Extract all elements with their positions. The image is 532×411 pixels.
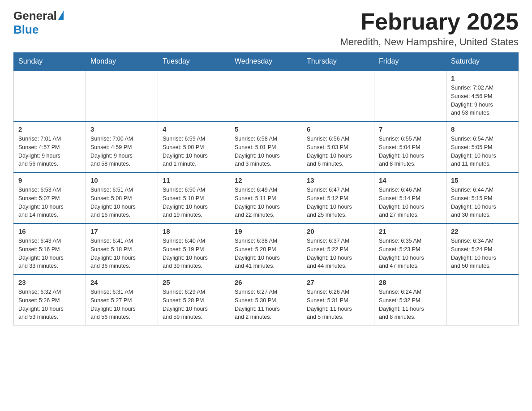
day-number: 8 [451, 125, 514, 133]
calendar-day-header: Wednesday [230, 53, 302, 71]
calendar-cell: 9Sunrise: 6:53 AMSunset: 5:07 PMDaylight… [14, 172, 86, 223]
day-number: 28 [379, 278, 442, 286]
day-info: Sunrise: 6:37 AMSunset: 5:22 PMDaylight:… [307, 237, 369, 270]
calendar-cell: 4Sunrise: 6:59 AMSunset: 5:00 PMDaylight… [158, 121, 230, 172]
day-number: 12 [235, 176, 297, 184]
calendar-cell: 20Sunrise: 6:37 AMSunset: 5:22 PMDayligh… [302, 223, 374, 274]
day-info: Sunrise: 6:47 AMSunset: 5:12 PMDaylight:… [307, 186, 369, 219]
day-info: Sunrise: 6:49 AMSunset: 5:11 PMDaylight:… [235, 186, 297, 219]
page-header: General Blue February 2025 Meredith, New… [13, 9, 519, 48]
day-number: 22 [451, 227, 514, 235]
calendar-cell: 12Sunrise: 6:49 AMSunset: 5:11 PMDayligh… [230, 172, 302, 223]
calendar-cell: 18Sunrise: 6:40 AMSunset: 5:19 PMDayligh… [158, 223, 230, 274]
day-number: 10 [90, 176, 153, 184]
day-info: Sunrise: 6:56 AMSunset: 5:03 PMDaylight:… [307, 135, 369, 168]
logo-blue-text: Blue [13, 23, 39, 37]
day-info: Sunrise: 6:32 AMSunset: 5:26 PMDaylight:… [18, 288, 81, 321]
calendar-cell: 22Sunrise: 6:34 AMSunset: 5:24 PMDayligh… [446, 223, 519, 274]
day-info: Sunrise: 7:02 AMSunset: 4:56 PMDaylight:… [451, 84, 514, 117]
day-number: 4 [163, 125, 225, 133]
day-number: 20 [307, 227, 369, 235]
calendar-cell: 16Sunrise: 6:43 AMSunset: 5:16 PMDayligh… [14, 223, 86, 274]
day-info: Sunrise: 6:54 AMSunset: 5:05 PMDaylight:… [451, 135, 514, 168]
calendar-day-header: Thursday [302, 53, 374, 71]
day-info: Sunrise: 6:44 AMSunset: 5:15 PMDaylight:… [451, 186, 514, 219]
calendar-cell: 21Sunrise: 6:35 AMSunset: 5:23 PMDayligh… [374, 223, 446, 274]
day-number: 18 [163, 227, 225, 235]
day-number: 24 [90, 278, 153, 286]
calendar-cell [86, 70, 158, 121]
day-number: 3 [90, 125, 153, 133]
calendar-cell [446, 274, 519, 325]
day-info: Sunrise: 6:46 AMSunset: 5:14 PMDaylight:… [379, 186, 442, 219]
day-info: Sunrise: 6:34 AMSunset: 5:24 PMDaylight:… [451, 237, 514, 270]
calendar-cell: 3Sunrise: 7:00 AMSunset: 4:59 PMDaylight… [86, 121, 158, 172]
calendar-week-row: 23Sunrise: 6:32 AMSunset: 5:26 PMDayligh… [14, 274, 519, 325]
calendar-cell: 8Sunrise: 6:54 AMSunset: 5:05 PMDaylight… [446, 121, 519, 172]
day-number: 15 [451, 176, 514, 184]
day-info: Sunrise: 6:35 AMSunset: 5:23 PMDaylight:… [379, 237, 442, 270]
calendar-cell: 5Sunrise: 6:58 AMSunset: 5:01 PMDaylight… [230, 121, 302, 172]
day-info: Sunrise: 6:58 AMSunset: 5:01 PMDaylight:… [235, 135, 297, 168]
day-info: Sunrise: 7:01 AMSunset: 4:57 PMDaylight:… [18, 135, 81, 168]
calendar-day-header: Friday [374, 53, 446, 71]
calendar-cell: 15Sunrise: 6:44 AMSunset: 5:15 PMDayligh… [446, 172, 519, 223]
month-title: February 2025 [340, 9, 519, 34]
calendar-day-header: Saturday [446, 53, 519, 71]
day-info: Sunrise: 6:43 AMSunset: 5:16 PMDaylight:… [18, 237, 81, 270]
calendar-cell: 6Sunrise: 6:56 AMSunset: 5:03 PMDaylight… [302, 121, 374, 172]
day-number: 1 [451, 74, 514, 82]
logo-general-text: General [13, 9, 57, 23]
calendar-week-row: 2Sunrise: 7:01 AMSunset: 4:57 PMDaylight… [14, 121, 519, 172]
day-number: 13 [307, 176, 369, 184]
calendar-cell [14, 70, 86, 121]
day-number: 25 [163, 278, 225, 286]
day-number: 19 [235, 227, 297, 235]
calendar-cell: 1Sunrise: 7:02 AMSunset: 4:56 PMDaylight… [446, 70, 519, 121]
calendar-cell [302, 70, 374, 121]
day-info: Sunrise: 6:59 AMSunset: 5:00 PMDaylight:… [163, 135, 225, 168]
day-info: Sunrise: 6:53 AMSunset: 5:07 PMDaylight:… [18, 186, 81, 219]
calendar-week-row: 16Sunrise: 6:43 AMSunset: 5:16 PMDayligh… [14, 223, 519, 274]
calendar-cell: 10Sunrise: 6:51 AMSunset: 5:08 PMDayligh… [86, 172, 158, 223]
calendar-cell: 14Sunrise: 6:46 AMSunset: 5:14 PMDayligh… [374, 172, 446, 223]
day-number: 21 [379, 227, 442, 235]
logo-triangle-icon [58, 11, 64, 20]
location-title: Meredith, New Hampshire, United States [340, 36, 519, 48]
calendar-week-row: 9Sunrise: 6:53 AMSunset: 5:07 PMDaylight… [14, 172, 519, 223]
calendar-day-header: Tuesday [158, 53, 230, 71]
calendar-cell: 27Sunrise: 6:26 AMSunset: 5:31 PMDayligh… [302, 274, 374, 325]
day-info: Sunrise: 6:41 AMSunset: 5:18 PMDaylight:… [90, 237, 153, 270]
day-info: Sunrise: 6:29 AMSunset: 5:28 PMDaylight:… [163, 288, 225, 321]
day-info: Sunrise: 6:38 AMSunset: 5:20 PMDaylight:… [235, 237, 297, 270]
day-number: 16 [18, 227, 81, 235]
logo-general-line: General [13, 9, 64, 23]
calendar-cell: 11Sunrise: 6:50 AMSunset: 5:10 PMDayligh… [158, 172, 230, 223]
day-info: Sunrise: 6:40 AMSunset: 5:19 PMDaylight:… [163, 237, 225, 270]
day-info: Sunrise: 6:24 AMSunset: 5:32 PMDaylight:… [379, 288, 442, 321]
day-info: Sunrise: 6:55 AMSunset: 5:04 PMDaylight:… [379, 135, 442, 168]
day-number: 2 [18, 125, 81, 133]
day-info: Sunrise: 6:31 AMSunset: 5:27 PMDaylight:… [90, 288, 153, 321]
calendar-header-row: SundayMondayTuesdayWednesdayThursdayFrid… [14, 53, 519, 71]
calendar-cell: 2Sunrise: 7:01 AMSunset: 4:57 PMDaylight… [14, 121, 86, 172]
calendar-cell: 26Sunrise: 6:27 AMSunset: 5:30 PMDayligh… [230, 274, 302, 325]
day-info: Sunrise: 6:26 AMSunset: 5:31 PMDaylight:… [307, 288, 369, 321]
calendar-cell [230, 70, 302, 121]
calendar-cell: 19Sunrise: 6:38 AMSunset: 5:20 PMDayligh… [230, 223, 302, 274]
calendar-cell: 7Sunrise: 6:55 AMSunset: 5:04 PMDaylight… [374, 121, 446, 172]
day-number: 23 [18, 278, 81, 286]
day-number: 11 [163, 176, 225, 184]
day-number: 14 [379, 176, 442, 184]
calendar-week-row: 1Sunrise: 7:02 AMSunset: 4:56 PMDaylight… [14, 70, 519, 121]
calendar-cell: 28Sunrise: 6:24 AMSunset: 5:32 PMDayligh… [374, 274, 446, 325]
day-number: 7 [379, 125, 442, 133]
calendar-cell [158, 70, 230, 121]
calendar-cell: 17Sunrise: 6:41 AMSunset: 5:18 PMDayligh… [86, 223, 158, 274]
day-number: 6 [307, 125, 369, 133]
day-info: Sunrise: 6:27 AMSunset: 5:30 PMDaylight:… [235, 288, 297, 321]
day-info: Sunrise: 6:50 AMSunset: 5:10 PMDaylight:… [163, 186, 225, 219]
calendar-day-header: Sunday [14, 53, 86, 71]
calendar-cell [374, 70, 446, 121]
calendar-cell: 24Sunrise: 6:31 AMSunset: 5:27 PMDayligh… [86, 274, 158, 325]
